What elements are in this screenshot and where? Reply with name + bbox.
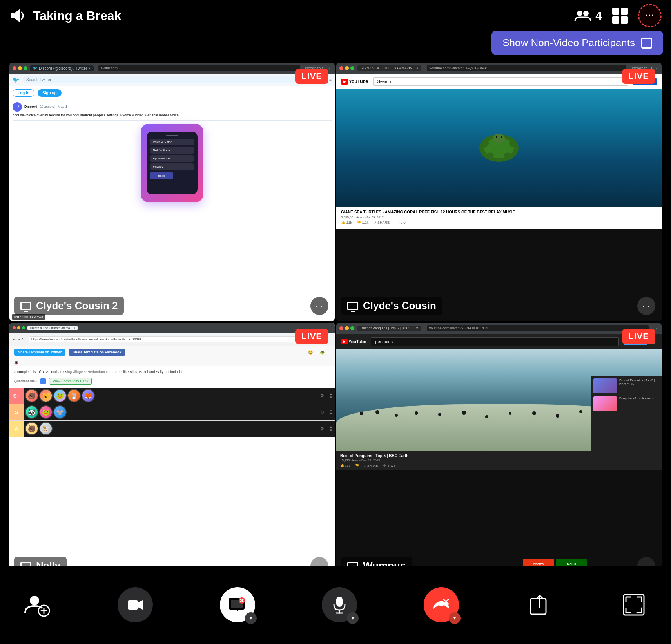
participants-icon bbox=[574, 9, 591, 23]
tier-gear-3[interactable]: ⚙ bbox=[317, 421, 327, 437]
penguin-actions: 👍 332 👎 ↗ SHARE ➕ SAVE bbox=[340, 464, 658, 467]
dropdown-label: Show Non-Video Participants bbox=[502, 37, 635, 49]
penguin-dot bbox=[375, 410, 379, 414]
cell-label-clyde-cousin: Clyde's Cousin bbox=[341, 297, 442, 315]
twitter-search: Search Twitter bbox=[22, 76, 326, 83]
thumb-text-2: Penguins of the Antarctic bbox=[619, 396, 654, 411]
thumb-item-1: Best of Penguins | Top 5 | BBC Earth bbox=[593, 378, 659, 393]
svg-rect-35 bbox=[530, 599, 546, 614]
penguin-dot bbox=[360, 412, 363, 415]
svg-point-3 bbox=[583, 11, 589, 16]
villager-icon: 🐭 bbox=[53, 405, 67, 419]
view-buttons: Quadrant View View Community Rank bbox=[9, 378, 335, 388]
svg-rect-5 bbox=[621, 8, 628, 15]
speaker-icon bbox=[9, 7, 27, 24]
share-buttons-row: Share Template on Twitter Share Template… bbox=[9, 346, 335, 359]
fullscreen-button[interactable] bbox=[620, 591, 647, 619]
cell-options-button-2[interactable]: ··· bbox=[637, 297, 655, 315]
yt-search-input[interactable] bbox=[373, 77, 628, 86]
villager-icon: 🐮 bbox=[39, 422, 53, 435]
cell-options-button[interactable]: ··· bbox=[310, 297, 328, 315]
villager-icon: 🐼 bbox=[25, 405, 38, 419]
signup-button[interactable]: Sign up bbox=[38, 89, 62, 97]
tier-s-plus-row: S+ 🐻 🐱 🐸 🐰 🦊 ⚙ ▲ ▼ bbox=[9, 388, 335, 404]
penguin-dot bbox=[485, 415, 488, 418]
screen-youtube-turtle: GIANT SEA TURTLES • AMAZIN... × youtube.… bbox=[336, 63, 662, 321]
svg-rect-30 bbox=[336, 597, 343, 607]
video-cell-wumpus: Best of Penguins | Top 5 | BBC E... × yo… bbox=[336, 323, 662, 581]
screen-share-chevron[interactable]: ▾ bbox=[245, 612, 257, 624]
yt-video-meta: 3,335,601 views • Jul 29, 2017 bbox=[341, 215, 657, 219]
monitor-icon bbox=[20, 302, 31, 310]
mic-button-container: ▾ bbox=[322, 587, 357, 622]
camera-button[interactable] bbox=[118, 587, 153, 622]
tier-list: S+ 🐻 🐱 🐸 🐰 🦊 ⚙ ▲ ▼ S bbox=[9, 388, 335, 437]
yt-browser-tab: GIANT SEA TURTLES • AMAZIN... × bbox=[357, 65, 421, 71]
thumb-image-2 bbox=[593, 396, 617, 411]
tier-arrows[interactable]: ▲ ▼ bbox=[327, 388, 335, 404]
community-rank-btn[interactable]: View Community Rank bbox=[49, 378, 92, 385]
share-button[interactable] bbox=[526, 591, 553, 619]
turtle-video-area bbox=[336, 89, 662, 207]
penguin-dot bbox=[438, 413, 441, 416]
tweet-text: cool new voice overlay feature for you c… bbox=[13, 113, 332, 118]
screen-animal-crossing: Create a The Ultimate Anima... × ← → ↻ h… bbox=[9, 323, 335, 581]
grid-view-button[interactable] bbox=[610, 5, 630, 26]
svg-rect-7 bbox=[621, 16, 628, 24]
tier-items-s-plus: 🐻 🐱 🐸 🐰 🦊 bbox=[24, 388, 317, 404]
header: Taking a Break 4 ··· bbox=[0, 0, 671, 31]
video-grid: 🐦 Discord (@discord) / Twitter × twitter… bbox=[0, 55, 671, 589]
tier-arrows-3[interactable]: ▲ ▼ bbox=[327, 421, 335, 437]
villager-icon: 🐻 bbox=[25, 389, 38, 402]
yt-actions: 👍 11k 👎 1.1k ↗ SHARE ＋ SAVE bbox=[341, 221, 657, 226]
side-thumbnails: Best of Penguins | Top 5 | BBC Earth Pen… bbox=[591, 376, 662, 451]
add-user-button[interactable] bbox=[24, 591, 51, 619]
share-facebook-btn[interactable]: Share Template on Facebook bbox=[69, 349, 125, 356]
screen-penguins: Best of Penguins | Top 5 | BBC E... × yo… bbox=[336, 323, 662, 581]
svg-rect-4 bbox=[612, 8, 619, 15]
svg-point-17 bbox=[30, 596, 39, 605]
tier-gear-2[interactable]: ⚙ bbox=[317, 404, 327, 420]
browser-tab: 🐦 Discord (@discord) / Twitter × bbox=[30, 65, 94, 71]
penguin-browser-chrome: Best of Penguins | Top 5 | BBC E... × yo… bbox=[336, 323, 662, 334]
tier-arrows-2[interactable]: ▲ ▼ bbox=[327, 404, 335, 420]
login-button[interactable]: Log in bbox=[13, 89, 34, 97]
penguin-video-title: Best of Penguins | Top 5 | BBC Earth bbox=[340, 454, 658, 458]
twitter-logo-icon: 🐦 bbox=[13, 77, 19, 83]
cell-label-clyde-cousin-2: Clyde's Cousin 2 bbox=[14, 297, 124, 315]
svg-rect-6 bbox=[612, 16, 619, 24]
thumb-text: Best of Penguins | Top 5 | BBC Earth bbox=[619, 378, 659, 393]
more-options-button[interactable]: ··· bbox=[638, 4, 662, 27]
non-video-dropdown[interactable]: Show Non-Video Participants bbox=[491, 31, 663, 55]
hat-count: 🎩 75 bbox=[9, 359, 335, 366]
video-cell-clyde-cousin: GIANT SEA TURTLES • AMAZIN... × youtube.… bbox=[336, 63, 662, 321]
end-call-chevron[interactable]: ▾ bbox=[449, 612, 461, 624]
turtle-illustration bbox=[472, 127, 526, 170]
page-title: Taking a Break bbox=[33, 9, 121, 23]
share-twitter-btn[interactable]: Share Template on Twitter bbox=[14, 349, 65, 356]
live-badge: LIVE bbox=[295, 69, 328, 84]
tweet-item: D Discord @discord · May 1 cool new voic… bbox=[13, 100, 332, 121]
svg-rect-21 bbox=[128, 600, 138, 610]
participants-count: 4 bbox=[574, 9, 602, 23]
quadrant-view-label: Quadrant View bbox=[14, 379, 37, 383]
tier-gear[interactable]: ⚙ bbox=[317, 388, 327, 404]
video-timer: 0:07 190.9K views bbox=[12, 314, 45, 320]
mic-chevron[interactable]: ▾ bbox=[347, 612, 359, 624]
penguin-dot bbox=[462, 411, 466, 415]
browser-chrome: 🐦 Discord (@discord) / Twitter × twitter… bbox=[9, 63, 335, 74]
tier-items-a: 🐻 🐮 bbox=[24, 421, 317, 437]
non-video-checkbox[interactable] bbox=[641, 38, 652, 49]
svg-rect-0 bbox=[11, 13, 15, 18]
url-bar[interactable]: https://tiermaker.com/create/the-ultimat… bbox=[28, 336, 321, 342]
svg-rect-37 bbox=[624, 595, 644, 615]
penguin-search-input[interactable] bbox=[371, 337, 618, 346]
tier-label-s: S bbox=[9, 404, 24, 420]
live-badge-4: LIVE bbox=[622, 329, 655, 344]
tier-s-row: S 🐼 🐸 🐭 ⚙ ▲ ▼ bbox=[9, 404, 335, 421]
svg-point-15 bbox=[496, 136, 497, 138]
monitor-icon-2 bbox=[347, 302, 358, 310]
discord-avatar: D bbox=[13, 102, 22, 112]
svg-point-2 bbox=[577, 11, 582, 16]
penguin-video-meta: 15,820 views • Dec 21, 2018 bbox=[340, 459, 658, 462]
